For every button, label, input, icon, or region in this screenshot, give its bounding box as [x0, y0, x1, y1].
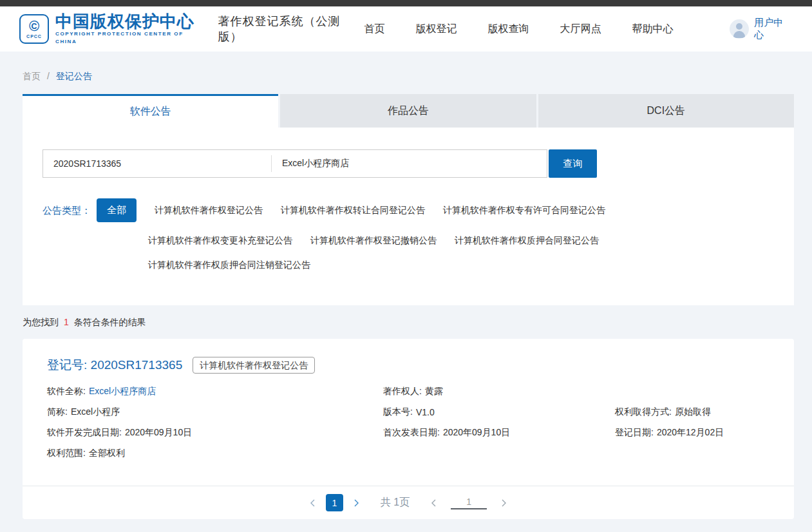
search-panel: 查询 公告类型： 全部 计算机软件著作权登记公告 计算机软件著作权转让合同登记公…	[23, 128, 794, 305]
filter-option-pledge-contract[interactable]: 计算机软件著作权质押合同登记公告	[455, 235, 599, 247]
registration-label: 登记号:	[47, 358, 87, 372]
breadcrumb-home[interactable]: 首页	[23, 71, 41, 81]
logo-name-en: COPYRIGHT PROTECTION CENTER OF CHINA	[55, 30, 207, 46]
nav-item-home[interactable]: 首页	[364, 23, 384, 36]
nav-item-copyright-registration[interactable]: 版权登记	[415, 23, 457, 36]
logo-name-cn: 中国版权保护中心	[55, 12, 207, 30]
breadcrumb: 首页 / 登记公告	[0, 52, 812, 94]
jump-prev-icon[interactable]	[430, 499, 438, 507]
filter-row: 计算机软件著作权变更补充登记公告 计算机软件著作权登记撤销公告 计算机软件著作权…	[148, 235, 605, 247]
filter-row: 计算机软件著作权质押合同注销登记公告	[148, 260, 605, 271]
software-name-link[interactable]: Excel小程序商店	[89, 386, 156, 397]
prev-page-icon[interactable]	[309, 499, 317, 507]
filter-option-revocation[interactable]: 计算机软件著作权登记撤销公告	[310, 235, 437, 247]
announcement-type-filters: 公告类型： 全部 计算机软件著作权登记公告 计算机软件著作权转让合同登记公告 计…	[42, 198, 774, 284]
result-card: 登记号: 2020SR1713365 计算机软件著作权登记公告 软件全称: Ex…	[23, 339, 794, 519]
next-page-icon[interactable]	[352, 499, 360, 507]
user-avatar-icon	[730, 19, 749, 39]
field-copyright-owner: 著作权人: 黄露	[383, 381, 615, 402]
user-center[interactable]: 用户中心	[730, 17, 793, 41]
cpcc-logo[interactable]: © CPCC 中国版权保护中心 COPYRIGHT PROTECTION CEN…	[19, 12, 207, 46]
announcement-tabs: 软件公告 作品公告 DCI公告	[23, 94, 794, 128]
pagination: 1 共 1页	[47, 486, 770, 519]
filter-option-exclusive-license[interactable]: 计算机软件著作权专有许可合同登记公告	[443, 205, 605, 216]
field-dev-completion-date: 软件开发完成日期: 2020年09月10日	[47, 423, 383, 443]
field-acquisition-method: 权利取得方式: 原始取得	[615, 402, 770, 423]
filter-all-button[interactable]: 全部	[97, 198, 137, 222]
result-summary: 为您找到 1 条符合条件的结果	[0, 305, 794, 339]
page-jump-input[interactable]	[451, 497, 487, 509]
nav-item-help-center[interactable]: 帮助中心	[632, 23, 673, 36]
header: © CPCC 中国版权保护中心 COPYRIGHT PROTECTION CEN…	[0, 6, 812, 52]
result-fields-grid: 软件全称: Excel小程序商店 著作权人: 黄露 简称: Excel小程序 版…	[47, 381, 770, 464]
result-summary-prefix: 为您找到	[23, 317, 59, 327]
filter-option-registration[interactable]: 计算机软件著作权登记公告	[155, 205, 263, 216]
search-row: 查询	[42, 149, 774, 178]
breadcrumb-separator: /	[47, 71, 50, 81]
filter-option-transfer-contract[interactable]: 计算机软件著作权转让合同登记公告	[281, 205, 425, 216]
cpcc-caption: CPCC	[26, 33, 42, 39]
logo-names: 中国版权保护中心 COPYRIGHT PROTECTION CENTER OF …	[55, 12, 207, 46]
main-nav: 首页 版权登记 版权查询 大厅网点 帮助中心	[364, 23, 673, 36]
cpcc-logo-icon: © CPCC	[19, 14, 49, 44]
jump-next-icon[interactable]	[500, 499, 507, 507]
field-rights-scope: 权利范围: 全部权利	[47, 443, 383, 464]
filter-row: 全部 计算机软件著作权登记公告 计算机软件著作权转让合同登记公告 计算机软件著作…	[97, 198, 605, 222]
tab-dci-announcement[interactable]: DCI公告	[538, 94, 794, 128]
user-center-label: 用户中心	[754, 17, 793, 41]
tab-software-announcement[interactable]: 软件公告	[23, 94, 278, 128]
registration-number: 2020SR1713365	[91, 358, 183, 372]
result-count: 1	[64, 317, 69, 327]
registration-number-title[interactable]: 登记号: 2020SR1713365	[47, 357, 182, 374]
current-page-button[interactable]: 1	[326, 494, 343, 511]
copyright-symbol: ©	[29, 19, 39, 33]
field-version: 版本号: V1.0	[383, 402, 615, 423]
nav-item-hall-locations[interactable]: 大厅网点	[560, 23, 601, 36]
field-registration-date: 登记日期: 2020年12月02日	[615, 423, 770, 443]
result-card-header: 登记号: 2020SR1713365 计算机软件著作权登记公告	[47, 357, 770, 374]
system-title: 著作权登记系统（公测版）	[218, 14, 364, 44]
search-box	[42, 149, 547, 178]
field-short-name: 简称: Excel小程序	[47, 402, 383, 423]
top-dark-bar	[0, 0, 812, 6]
registration-number-input[interactable]	[43, 150, 271, 177]
announcement-type-badge: 计算机软件著作权登记公告	[193, 357, 315, 374]
main-content: 软件公告 作品公告 DCI公告 查询 公告类型： 全部 计算机软件著作权登记公	[23, 94, 794, 339]
software-name-input[interactable]	[272, 150, 547, 177]
field-empty	[615, 381, 770, 402]
page: © CPCC 中国版权保护中心 COPYRIGHT PROTECTION CEN…	[0, 0, 812, 532]
filter-rows: 全部 计算机软件著作权登记公告 计算机软件著作权转让合同登记公告 计算机软件著作…	[97, 198, 605, 284]
filter-option-pledge-cancellation[interactable]: 计算机软件著作权质押合同注销登记公告	[148, 260, 310, 271]
tab-work-announcement[interactable]: 作品公告	[280, 94, 536, 128]
total-pages-label: 共 1页	[381, 496, 410, 509]
field-first-publish-date: 首次发表日期: 2020年09月10日	[383, 423, 615, 443]
breadcrumb-current: 登记公告	[56, 71, 92, 81]
result-summary-suffix: 条符合条件的结果	[74, 317, 146, 327]
query-button[interactable]: 查询	[549, 149, 597, 178]
nav-item-copyright-query[interactable]: 版权查询	[487, 23, 529, 36]
filter-label: 公告类型：	[42, 198, 97, 284]
field-software-full-name: 软件全称: Excel小程序商店	[47, 381, 383, 402]
filter-option-change-supplement[interactable]: 计算机软件著作权变更补充登记公告	[148, 235, 292, 247]
